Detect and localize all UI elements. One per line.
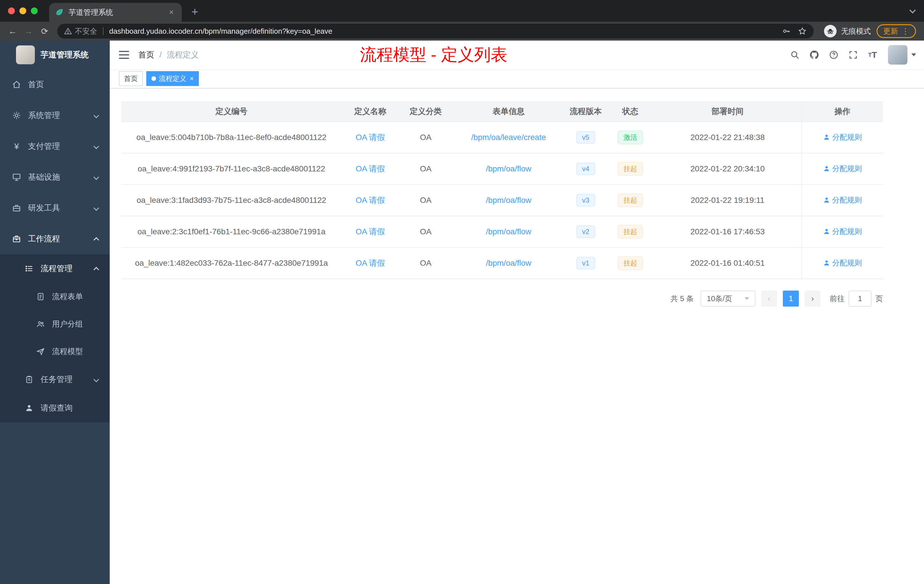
assign-rule-link[interactable]: 分配规则 (823, 164, 862, 174)
sidebar-item-workflow[interactable]: 工作流程 (0, 223, 110, 254)
table-header-row: 定义编号 定义名称 定义分类 表单信息 流程版本 状态 部署时间 操作 (121, 101, 883, 122)
definition-category: OA (420, 164, 431, 173)
page-size-select[interactable]: 10条/页 (701, 290, 756, 307)
col-process-version: 流程版本 (564, 101, 607, 122)
deploy-time: 2022-01-22 21:48:38 (691, 133, 765, 142)
sidebar-item-process-model[interactable]: 流程模型 (0, 338, 110, 365)
send-icon (34, 347, 47, 356)
form-info-link[interactable]: /bpm/oa/leave/create (471, 133, 546, 142)
chevron-down-icon (93, 376, 99, 382)
fullscreen-icon[interactable] (845, 46, 862, 63)
status-badge[interactable]: 挂起 (618, 256, 643, 270)
new-tab-button[interactable]: + (187, 5, 202, 18)
definition-id: oa_leave:4:991f2193-7b7f-11ec-a3c8-acde4… (138, 164, 325, 173)
incognito-indicator: 无痕模式 (824, 25, 871, 38)
app-navbar: 首页 / 流程定义 流程模型 - 定义列表 TT (110, 41, 924, 69)
back-icon[interactable]: ← (5, 26, 21, 36)
password-key-icon[interactable] (782, 26, 791, 36)
deploy-time: 2022-01-22 20:34:10 (691, 164, 765, 173)
form-info-link[interactable]: /bpm/oa/flow (486, 196, 531, 205)
browser-tab[interactable]: 芋道管理系统 × (49, 3, 182, 22)
definition-name-link[interactable]: OA 请假 (356, 196, 385, 205)
status-badge[interactable]: 挂起 (618, 225, 643, 239)
address-separator (103, 27, 104, 35)
definition-name-link[interactable]: OA 请假 (356, 164, 385, 173)
sidebar-item-label: 基础设施 (28, 172, 60, 183)
definition-id: oa_leave:1:482ec033-762a-11ec-8477-a2380… (135, 259, 328, 267)
document-icon (34, 292, 47, 301)
help-icon[interactable] (825, 46, 842, 63)
goto-page-input[interactable] (848, 290, 871, 307)
assign-rule-link[interactable]: 分配规则 (823, 258, 862, 268)
browser-window: 芋道管理系统 × + ← → ⟳ 不安全 dashboard.yudao.ioc… (0, 0, 924, 584)
sidebar-item-user-group[interactable]: 用户分组 (0, 310, 110, 338)
chrome-update-button[interactable]: 更新 ⋮ (876, 24, 916, 38)
form-info-link[interactable]: /bpm/oa/flow (486, 227, 531, 236)
font-size-icon[interactable]: TT (864, 46, 881, 63)
tag-process-definition[interactable]: 流程定义 × (146, 71, 199, 86)
assign-rule-link[interactable]: 分配规则 (823, 226, 862, 237)
definition-name-link[interactable]: OA 请假 (356, 259, 385, 267)
user-menu[interactable] (888, 45, 916, 64)
status-badge[interactable]: 挂起 (618, 193, 643, 207)
github-icon[interactable] (806, 46, 823, 63)
assign-rule-link[interactable]: 分配规则 (823, 195, 862, 205)
page-1-button[interactable]: 1 (783, 290, 799, 307)
sidebar-item-home[interactable]: 首页 (0, 69, 110, 100)
bookmark-star-icon[interactable] (798, 26, 807, 36)
close-window-button[interactable] (8, 7, 15, 14)
sidebar-item-payment-management[interactable]: ¥ 支付管理 (0, 131, 110, 162)
incognito-label: 无痕模式 (841, 26, 871, 36)
breadcrumb-home[interactable]: 首页 (138, 49, 154, 60)
tab-title: 芋道管理系统 (69, 7, 167, 17)
app-logo[interactable]: 芋道管理系统 (0, 41, 110, 69)
window-controls (0, 0, 46, 22)
sidebar-toggle-icon[interactable] (119, 51, 129, 59)
logo-avatar (16, 45, 35, 64)
sidebar-item-system-management[interactable]: 系统管理 (0, 100, 110, 131)
sidebar-item-label: 任务管理 (41, 374, 73, 385)
avatar[interactable] (888, 45, 908, 64)
sidebar-item-infrastructure[interactable]: 基础设施 (0, 162, 110, 193)
tag-home[interactable]: 首页 (119, 71, 143, 86)
tab-search-icon[interactable] (909, 7, 916, 14)
search-icon[interactable] (786, 46, 804, 63)
navbar-actions: TT (786, 45, 924, 64)
assign-rule-link[interactable]: 分配规则 (823, 132, 862, 142)
status-badge[interactable]: 激活 (618, 130, 643, 144)
monitor-icon (10, 173, 23, 182)
forward-icon[interactable]: → (21, 26, 36, 36)
chevron-down-icon (93, 112, 99, 118)
tag-close-icon[interactable]: × (190, 74, 194, 82)
sidebar-item-leave-query[interactable]: 请假查询 (0, 394, 110, 422)
sidebar-item-process-form[interactable]: 流程表单 (0, 283, 110, 310)
security-status[interactable]: 不安全 (64, 26, 97, 36)
address-bar[interactable]: 不安全 dashboard.yudao.iocoder.cn/bpm/manag… (57, 24, 814, 39)
sidebar-item-process-management[interactable]: 流程管理 (0, 254, 110, 283)
form-info-link[interactable]: /bpm/oa/flow (486, 164, 531, 173)
browser-menu-icon[interactable]: ⋮ (901, 26, 909, 36)
tab-close-icon[interactable]: × (167, 8, 176, 17)
page-size-value: 10条/页 (707, 294, 732, 304)
next-page-button[interactable]: › (805, 290, 820, 307)
goto-unit-label: 页 (875, 294, 883, 304)
url-text[interactable]: dashboard.yudao.iocoder.cn/bpm/manager/d… (109, 27, 782, 36)
zoom-window-button[interactable] (31, 7, 38, 14)
status-badge[interactable]: 挂起 (618, 162, 643, 176)
sidebar-item-task-management[interactable]: 任务管理 (0, 365, 110, 394)
minimize-window-button[interactable] (20, 7, 26, 14)
assign-rule-label: 分配规则 (832, 195, 862, 205)
deploy-time: 2022-01-22 19:19:11 (691, 196, 765, 205)
definition-id: oa_leave:2:3c1f0ef1-76b1-11ec-9c66-a2380… (137, 227, 325, 236)
page-content: 定义编号 定义名称 定义分类 表单信息 流程版本 状态 部署时间 操作 oa_l (110, 89, 924, 319)
definition-category: OA (420, 196, 431, 205)
definition-name-link[interactable]: OA 请假 (356, 133, 385, 142)
assign-rule-label: 分配规则 (832, 132, 862, 142)
assign-rule-label: 分配规则 (832, 258, 862, 268)
form-info-link[interactable]: /bpm/oa/flow (486, 259, 531, 267)
sidebar: 芋道管理系统 首页 系统管理 ¥ 支付管理 基础设施 (0, 41, 110, 584)
sidebar-item-dev-tools[interactable]: 研发工具 (0, 193, 110, 223)
prev-page-button[interactable]: ‹ (761, 290, 777, 307)
reload-icon[interactable]: ⟳ (36, 26, 53, 36)
definition-name-link[interactable]: OA 请假 (356, 227, 385, 236)
